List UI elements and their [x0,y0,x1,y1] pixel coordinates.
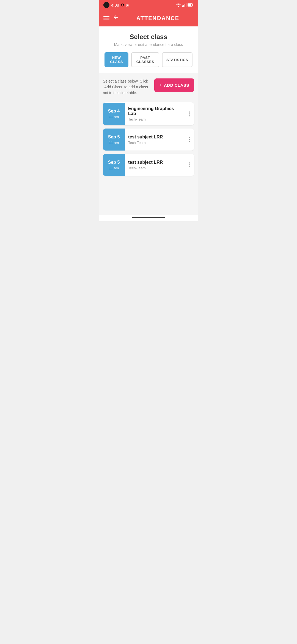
battery-icon [188,3,194,7]
card-info-2: test subject LRR Tech-Team [125,131,185,149]
sim-icon: ▣ [126,3,129,7]
add-class-description: Select a class below. Click "Add Class" … [103,78,152,96]
card-team-2: Tech-Team [128,141,182,145]
card-team-1: Tech-Team [128,117,182,121]
add-class-button-label: ADD CLASS [164,83,189,88]
wifi-icon [176,3,181,7]
tab-new-class[interactable]: NEW CLASS [105,52,128,67]
card-subject-3: test subject LRR [128,160,182,165]
svg-rect-1 [182,6,183,7]
three-dots-icon-2 [189,137,190,142]
home-bar [132,217,165,218]
select-class-title: Select class [105,33,193,41]
svg-rect-3 [185,4,185,7]
class-card[interactable]: Sep 4 11 am Engineering Graphics Lab Tec… [103,102,194,125]
card-info-3: test subject LRR Tech-Team [125,156,185,174]
back-button[interactable] [113,14,119,22]
card-subject-2: test subject LRR [128,135,182,140]
main-content: Select class Mark, view or edit attendan… [99,26,198,215]
status-icons-right [176,3,194,7]
three-dots-icon-1 [189,111,190,116]
three-dots-icon-3 [189,162,190,167]
class-list: Sep 4 11 am Engineering Graphics Lab Tec… [103,102,194,176]
card-date-time-1: 11 am [109,115,119,119]
notification-icon [103,2,109,8]
card-menu-button-1[interactable] [185,109,194,119]
card-date-day-1: Sep 4 [108,109,120,114]
card-date-day-3: Sep 5 [108,160,120,165]
svg-rect-2 [183,5,184,7]
card-menu-button-2[interactable] [185,134,194,145]
status-bar: 4:08 ⚙ ▣ [99,0,198,10]
tabs-row: NEW CLASS PAST CLASSES STATISTICS [105,52,193,67]
card-info-1: Engineering Graphics Lab Tech-Team [125,102,185,125]
class-card-3[interactable]: Sep 5 11 am test subject LRR Tech-Team [103,154,194,176]
card-menu-button-3[interactable] [185,160,194,170]
card-team-3: Tech-Team [128,166,182,170]
hamburger-menu-button[interactable] [103,16,109,20]
plus-icon: + [159,82,162,88]
signal-icon [182,3,186,7]
header-subtitle: Mark, view or edit attendance for a clas… [105,42,193,47]
class-card-2[interactable]: Sep 5 11 am test subject LRR Tech-Team [103,129,194,151]
status-time: 4:08 [111,3,119,7]
svg-point-0 [178,6,179,7]
svg-rect-7 [188,4,191,6]
svg-rect-4 [186,3,187,7]
card-subject-1: Engineering Graphics Lab [128,106,182,116]
page-title: ATTENDANCE [122,15,194,21]
card-date-3: Sep 5 11 am [103,154,125,176]
navbar: ATTENDANCE [99,10,198,26]
content-area: Select a class below. Click "Add Class" … [99,73,198,185]
tab-statistics[interactable]: STATISTICS [162,52,193,67]
card-date-1: Sep 4 11 am [103,103,125,125]
card-date-2: Sep 5 11 am [103,129,125,151]
home-indicator [99,215,198,221]
add-class-row: Select a class below. Click "Add Class" … [103,78,194,96]
header-section: Select class Mark, view or edit attendan… [99,26,198,73]
card-date-time-2: 11 am [109,141,119,145]
card-date-day-2: Sep 5 [108,135,120,140]
add-class-button[interactable]: + ADD CLASS [154,78,194,92]
card-date-time-3: 11 am [109,166,119,170]
gear-icon: ⚙ [121,3,124,7]
tab-past-classes[interactable]: PAST CLASSES [131,52,159,67]
svg-rect-6 [193,4,194,6]
